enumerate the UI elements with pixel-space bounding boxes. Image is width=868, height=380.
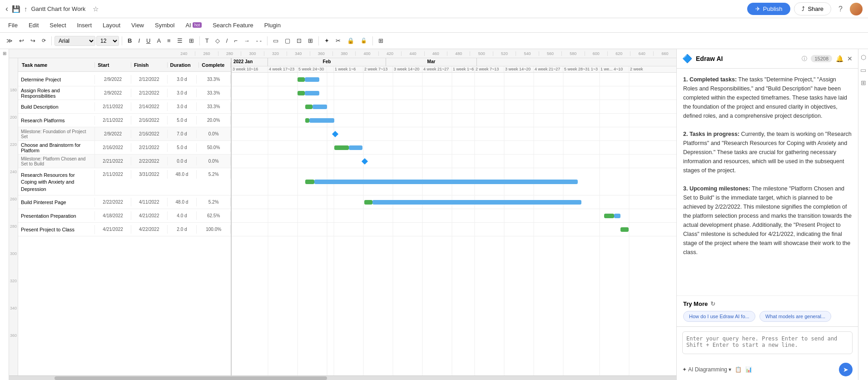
back-icon[interactable]: ‹ bbox=[5, 4, 8, 14]
ai-action-2-button[interactable]: 📊 bbox=[745, 366, 752, 373]
publish-button[interactable]: ✈ Publish bbox=[747, 3, 791, 15]
diamond-7 bbox=[362, 158, 368, 164]
align-button[interactable]: ≡ bbox=[164, 36, 174, 45]
undo-button[interactable]: ↩ bbox=[16, 36, 27, 45]
menu-symbol[interactable]: Symbol bbox=[150, 20, 179, 30]
bell-icon[interactable]: 🔔 bbox=[836, 55, 843, 62]
ai-panel: 🔷 Edraw AI ⓘ 15208 🔔 ✕ 1. Completed task… bbox=[676, 49, 858, 380]
ai-try-more-section: Try More ↻ How do I use Edraw AI fo... W… bbox=[677, 295, 858, 326]
font-size-select[interactable]: 12 bbox=[96, 36, 119, 46]
menu-layout[interactable]: Layout bbox=[98, 20, 125, 30]
gantt-table-data: Determine Project 2/9/2022 2/12/2022 3.0… bbox=[18, 73, 232, 375]
crop-button[interactable]: ✂ bbox=[333, 36, 343, 45]
title-icon-star[interactable]: ☆ bbox=[93, 5, 99, 13]
menu-view[interactable]: View bbox=[127, 20, 149, 30]
ai-logo-icon: 🔷 bbox=[682, 54, 692, 64]
task-comp-10: 62.5% bbox=[197, 211, 231, 220]
title-icon-export[interactable]: ↑ bbox=[24, 5, 28, 13]
bar-green-8 bbox=[305, 180, 314, 184]
doc-icon: 📋 bbox=[735, 366, 742, 373]
title-icon-save[interactable]: 💾 bbox=[12, 5, 20, 13]
close-icon[interactable]: ✕ bbox=[847, 55, 853, 62]
select-button[interactable]: ✦ bbox=[322, 36, 332, 45]
line-button[interactable]: / bbox=[223, 36, 231, 45]
ai-diagramming-button[interactable]: ✦ AI Diagramming ▾ bbox=[682, 366, 731, 373]
ai-action-1-button[interactable]: 📋 bbox=[735, 366, 742, 373]
task-start-6: 2/16/2022 bbox=[95, 143, 131, 152]
arrow-button[interactable]: → bbox=[241, 36, 253, 45]
dashed-button[interactable]: - - bbox=[253, 36, 264, 45]
menu-insert[interactable]: Insert bbox=[73, 20, 97, 30]
left-panel-icon[interactable]: ⊞ bbox=[3, 51, 6, 56]
table-row[interactable]: Presentation Preparation 4/18/2022 4/21/… bbox=[18, 209, 231, 223]
align3-button[interactable]: ⊞ bbox=[186, 36, 197, 45]
redo-button[interactable]: ↪ bbox=[28, 36, 38, 45]
text-button[interactable]: T bbox=[203, 36, 212, 45]
right-panel-icon-1[interactable]: ⬡ bbox=[861, 54, 866, 61]
bold-button[interactable]: B bbox=[125, 36, 134, 45]
task-dur-6: 5.0 d bbox=[168, 143, 197, 152]
group-button[interactable]: ⊞ bbox=[305, 36, 316, 45]
table-row[interactable]: Research Resources for Coping with Anxie… bbox=[18, 168, 231, 195]
toolbar-separator-6 bbox=[372, 36, 373, 45]
diagramming-icon: ✦ bbox=[682, 366, 687, 373]
task-dur-4: 5.0 d bbox=[168, 116, 197, 125]
refresh-icon[interactable]: ↻ bbox=[710, 300, 715, 307]
suggestion-1-button[interactable]: How do I use Edraw AI fo... bbox=[683, 311, 755, 322]
share-button[interactable]: ⤴ Share bbox=[794, 2, 831, 15]
font-family-select[interactable]: Arial bbox=[55, 36, 95, 46]
history-button[interactable]: ⟳ bbox=[39, 36, 49, 45]
menu-file[interactable]: File bbox=[4, 20, 22, 30]
menu-select[interactable]: Select bbox=[45, 20, 70, 30]
align2-button[interactable]: ☰ bbox=[174, 36, 185, 45]
menu-edit[interactable]: Edit bbox=[24, 20, 43, 30]
task-start-2: 2/9/2022 bbox=[95, 89, 131, 97]
unlock-button[interactable]: 🔓 bbox=[358, 36, 370, 45]
frame-button[interactable]: ⊡ bbox=[294, 36, 304, 45]
task-finish-3: 2/14/2022 bbox=[131, 102, 168, 111]
help-icon[interactable]: ? bbox=[838, 5, 843, 13]
task-dur-10: 4.0 d bbox=[168, 211, 197, 220]
task-name-6: Choose and Brainstorm for Platform bbox=[18, 140, 95, 155]
scrollbar-thumb[interactable] bbox=[55, 376, 327, 380]
table-row-milestone[interactable]: Milestone: Platform Chosen and Set to Bu… bbox=[18, 155, 231, 168]
table-row[interactable]: Choose and Brainstorm for Platform 2/16/… bbox=[18, 141, 231, 155]
underline-button[interactable]: U bbox=[144, 36, 153, 45]
right-panel-icon-3[interactable]: ⊞ bbox=[861, 79, 866, 86]
avatar[interactable] bbox=[850, 3, 863, 15]
table-row[interactable]: Present Project to Class 4/21/2022 4/22/… bbox=[18, 223, 231, 236]
ai-send-button[interactable]: ➤ bbox=[839, 363, 853, 376]
rect-button[interactable]: ▭ bbox=[270, 36, 281, 45]
suggestion-2-button[interactable]: What models are general... bbox=[759, 311, 831, 322]
lock-button[interactable]: 🔒 bbox=[344, 36, 357, 45]
shape-button[interactable]: ◇ bbox=[213, 36, 223, 45]
table-row-milestone[interactable]: Milestone: Foundation of Project Set 2/9… bbox=[18, 127, 231, 141]
bar-blue-6 bbox=[349, 145, 362, 150]
table-row[interactable]: Build Description 2/11/2022 2/14/2022 3.… bbox=[18, 100, 231, 114]
table-row[interactable]: Determine Project 2/9/2022 2/12/2022 3.0… bbox=[18, 73, 231, 86]
task-name-8: Research Resources for Coping with Anxie… bbox=[18, 170, 95, 195]
menu-plugin[interactable]: Plugin bbox=[260, 20, 285, 30]
connector-button[interactable]: ⌐ bbox=[231, 36, 240, 45]
italic-button[interactable]: I bbox=[135, 36, 143, 45]
ai-query-input[interactable] bbox=[682, 331, 853, 354]
vertical-ruler: 180 200 220 240 260 280 300 320 340 360 bbox=[9, 58, 18, 375]
col-header-complete: Complete bbox=[199, 62, 231, 68]
table-button[interactable]: ⊞ bbox=[376, 36, 386, 45]
task-finish-1: 2/12/2022 bbox=[131, 75, 168, 84]
canvas-scrollbar[interactable] bbox=[9, 375, 676, 380]
toolbar-separator-3 bbox=[199, 36, 200, 45]
table-row[interactable]: Assign Roles and Responsibilities 2/9/20… bbox=[18, 86, 231, 100]
table-row[interactable]: Research Platforms 2/11/2022 2/16/2022 5… bbox=[18, 114, 231, 127]
menu-ai[interactable]: AI hot bbox=[181, 20, 206, 30]
collapse-button[interactable]: ≫ bbox=[4, 36, 15, 45]
font-color-button[interactable]: A bbox=[154, 36, 164, 45]
rounded-button[interactable]: ▢ bbox=[282, 36, 293, 45]
bar-green-3 bbox=[305, 105, 312, 109]
chart-row-5 bbox=[232, 127, 676, 141]
table-row[interactable]: Build Pinterest Page 2/22/2022 4/11/2022… bbox=[18, 195, 231, 209]
right-panel-icon-2[interactable]: ▭ bbox=[860, 66, 866, 74]
menu-search[interactable]: Search Feature bbox=[208, 20, 258, 30]
task-dur-5: 7.0 d bbox=[168, 130, 197, 138]
help-circle-icon[interactable]: ⓘ bbox=[802, 55, 807, 63]
